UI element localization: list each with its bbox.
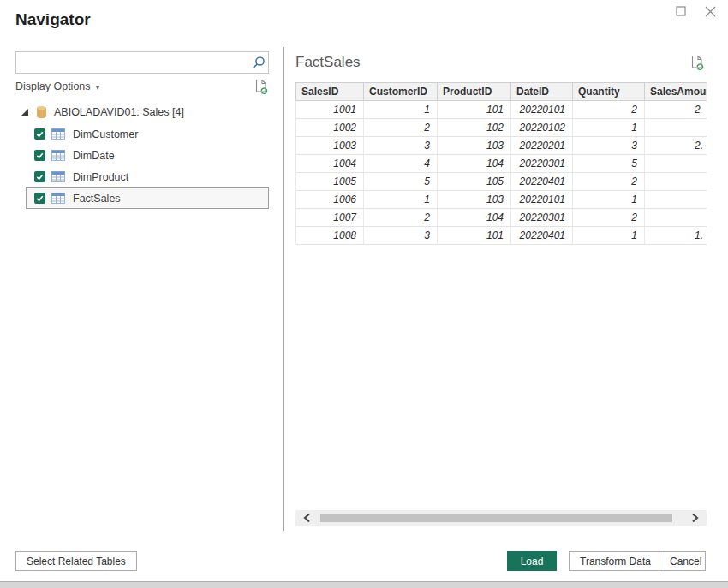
cell: 102 [438,119,511,137]
table-row: 1008 3 101 20220401 1 1. [296,227,707,245]
navigator-dialog: Navigator Display Options ▾ [0,0,728,588]
tree-item-dimproduct[interactable]: DimProduct [26,166,269,187]
cell: 1003 [296,137,364,155]
checkbox-checked-icon[interactable] [34,171,45,182]
table-icon [51,128,65,140]
cell: 1 [364,191,438,209]
cell: 5 [573,155,645,173]
cell: 104 [438,209,511,227]
refresh-preview-icon[interactable] [690,55,705,71]
load-button[interactable]: Load [507,551,557,571]
cell: 1007 [296,209,364,227]
tree-item-label: DimCustomer [73,128,138,140]
cell: 20220101 [511,191,573,209]
cell: 3 [364,137,438,155]
cell: 20220301 [511,209,573,227]
cell: 1001 [296,101,364,119]
chevron-down-icon[interactable]: ▾ [96,82,100,92]
column-header: SalesID [296,83,364,101]
table-row: 1005 5 105 20220401 2 [296,173,707,191]
preview-table: SalesID CustomerID ProductID DateID Quan… [295,82,707,245]
cancel-button[interactable]: Cancel [659,551,706,571]
cell: 2. [645,137,707,155]
cell: 20220101 [511,101,573,119]
cell: 2 [364,119,438,137]
cell: 101 [438,227,511,245]
table-row: 1002 2 102 20220102 1 [296,119,707,137]
cell: 105 [438,173,511,191]
cell: 20220401 [511,173,573,191]
search-input[interactable] [16,52,248,73]
cell: 2 [573,101,645,119]
tree-item-label: FactSales [73,193,121,205]
cell: 1 [573,191,645,209]
display-options-row: Display Options ▾ [15,79,269,94]
select-related-tables-button[interactable]: Select Related Tables [15,551,137,571]
display-options-label[interactable]: Display Options [15,80,91,92]
cell: 20220201 [511,137,573,155]
search-box [15,51,269,74]
column-header: DateID [511,83,573,101]
preview-table-container: SalesID CustomerID ProductID DateID Quan… [295,82,707,245]
close-icon[interactable] [695,0,725,22]
checkbox-checked-icon[interactable] [34,193,45,204]
navigation-tree: ABIOLADAVID01: Sales [4] DimCustomer [15,101,269,209]
cell: 1004 [296,155,364,173]
cell: 1002 [296,119,364,137]
cell: 20220102 [511,119,573,137]
database-icon [36,105,47,119]
table-icon [51,193,65,204]
expand-triangle-icon[interactable] [21,109,29,116]
cell: 103 [438,137,511,155]
column-header: CustomerID [364,83,438,101]
cell: 103 [438,191,511,209]
tree-item-factsales[interactable]: FactSales [26,187,269,209]
tree-item-dimdate[interactable]: DimDate [26,145,269,166]
cell: 2 [573,173,645,191]
window-controls [666,0,725,22]
cell: 20220301 [511,155,573,173]
dialog-bottom-edge [0,581,728,588]
table-header-row: SalesID CustomerID ProductID DateID Quan… [296,83,707,101]
panel-divider [283,47,284,531]
cell [645,155,707,173]
cell: 5 [364,173,438,191]
cell [645,191,707,209]
tree-item-dimcustomer[interactable]: DimCustomer [26,123,269,145]
table-icon [51,171,65,182]
cell [645,173,707,191]
scrollbar-thumb[interactable] [320,514,672,522]
cell: 2 [364,209,438,227]
refresh-list-icon[interactable] [254,79,269,95]
table-row: 1001 1 101 20220101 2 2 [296,101,707,119]
cell: 1008 [296,227,364,245]
checkbox-checked-icon[interactable] [34,150,45,161]
cell: 3 [573,137,645,155]
horizontal-scrollbar[interactable] [295,510,707,526]
preview-title: FactSales [295,54,361,71]
tree-item-label: DimProduct [73,171,128,183]
checkbox-checked-icon[interactable] [34,128,45,140]
restore-icon[interactable] [666,0,695,22]
cell: 3 [364,227,438,245]
column-header: SalesAmount [645,83,707,101]
cell: 101 [438,101,511,119]
scroll-right-icon[interactable] [686,510,705,526]
cell: 20220401 [511,227,573,245]
tree-root-label: ABIOLADAVID01: Sales [4] [54,106,184,118]
cell: 1 [364,101,438,119]
cell: 1005 [296,173,364,191]
cell [645,119,707,137]
cell [645,209,707,227]
cell: 104 [438,155,511,173]
cell: 1 [573,119,645,137]
cell: 4 [364,155,438,173]
cell: 1006 [296,191,364,209]
scroll-left-icon[interactable] [297,510,316,526]
search-icon[interactable] [248,56,268,70]
cell: 1 [573,227,645,245]
column-header: Quantity [573,83,645,101]
transform-data-button[interactable]: Transform Data [569,551,662,571]
tree-root-database[interactable]: ABIOLADAVID01: Sales [4] [15,101,269,123]
cell: 1. [645,227,707,245]
